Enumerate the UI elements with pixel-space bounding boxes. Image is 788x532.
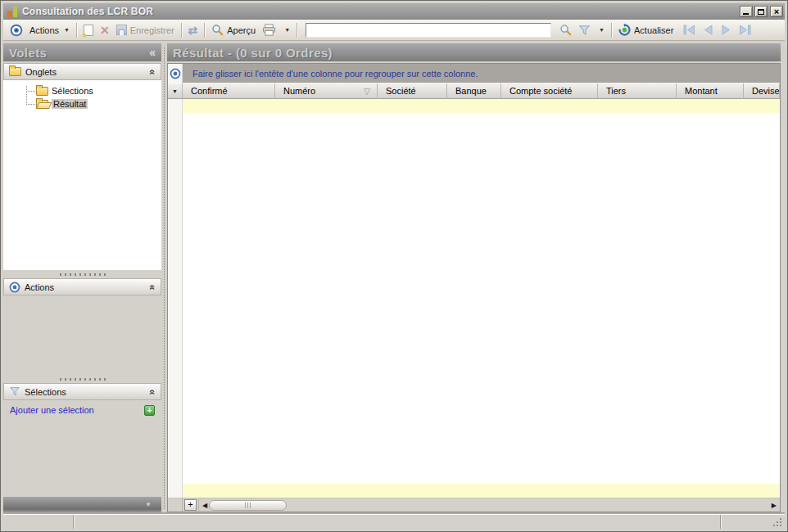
volets-header: Volets « bbox=[3, 43, 161, 61]
maximize-button[interactable] bbox=[754, 6, 768, 17]
toolbar: Actions ▼ ✕ Enregistrer ⇄ Aperçu ▼ bbox=[3, 20, 785, 41]
app-window: Consultation des LCR BOR × Actions ▼ ✕ E… bbox=[0, 0, 788, 532]
add-selection-plus-button[interactable]: + bbox=[144, 405, 155, 416]
tree-item-label-selected: Résultat bbox=[52, 99, 88, 109]
new-button[interactable] bbox=[80, 23, 97, 38]
column-header-montant[interactable]: Montant bbox=[677, 83, 744, 99]
search-input[interactable] bbox=[306, 23, 551, 38]
sync-button[interactable]: ⇄ bbox=[185, 22, 202, 38]
content-area: Volets « Onglets « Sélections Résultat bbox=[3, 41, 785, 512]
groupby-row: Faire glisser ici l'entête d'une colonne… bbox=[168, 64, 780, 83]
sync-icon: ⇄ bbox=[188, 24, 198, 37]
result-title: Résultat - (0 sur 0 Ordres) bbox=[173, 46, 775, 60]
column-header-row: ▼ Confirmé Numéro ▽ Société Banque Compt… bbox=[168, 83, 780, 99]
close-button[interactable]: × bbox=[770, 6, 783, 17]
add-row-button[interactable]: + bbox=[184, 499, 197, 511]
refresh-button[interactable]: Actualiser bbox=[615, 22, 677, 38]
status-pane-right bbox=[721, 515, 785, 529]
chevron-down-icon: ▼ bbox=[284, 27, 290, 33]
actions-section-body bbox=[3, 295, 161, 375]
add-selection-link[interactable]: Ajouter une sélection bbox=[10, 405, 144, 415]
toolbar-separator bbox=[76, 23, 77, 38]
filter-button[interactable] bbox=[575, 23, 594, 38]
grid-corner-cell bbox=[168, 64, 183, 83]
status-pane-middle bbox=[74, 515, 720, 529]
save-button[interactable]: Enregistrer bbox=[113, 23, 178, 37]
actions-section-header[interactable]: Actions « bbox=[3, 278, 161, 295]
previous-record-button[interactable] bbox=[703, 25, 713, 35]
sidebar-splitter[interactable] bbox=[3, 375, 161, 383]
column-header-societe[interactable]: Société bbox=[378, 83, 447, 99]
filter-funnel-icon bbox=[9, 386, 20, 397]
actions-menu-button[interactable]: Actions ▼ bbox=[26, 24, 73, 37]
column-header-confirme[interactable]: Confirmé bbox=[183, 83, 275, 99]
scrollbar-separator bbox=[198, 499, 199, 511]
grid-top-highlight-row bbox=[168, 99, 780, 113]
bullseye-icon bbox=[9, 282, 20, 293]
status-pane-left bbox=[3, 515, 73, 529]
collapse-panel-icon[interactable]: « bbox=[149, 46, 156, 59]
chevron-down-icon: ▼ bbox=[599, 27, 605, 33]
row-indicator-header[interactable]: ▼ bbox=[168, 83, 183, 99]
actions-menu-label: Actions bbox=[29, 25, 59, 35]
chevron-down-icon: ▼ bbox=[172, 88, 178, 94]
search-button[interactable] bbox=[556, 22, 575, 38]
tree-item-selections[interactable]: Sélections bbox=[36, 84, 161, 97]
add-selection-row: Ajouter une sélection + bbox=[3, 400, 161, 420]
close-icon: × bbox=[774, 7, 779, 16]
print-button[interactable] bbox=[259, 22, 279, 38]
collapse-section-icon[interactable]: « bbox=[147, 389, 159, 394]
selections-section-header[interactable]: Sélections « bbox=[3, 383, 161, 400]
save-icon bbox=[116, 25, 127, 35]
collapse-section-icon[interactable]: « bbox=[147, 284, 159, 290]
groupby-drop-zone[interactable]: Faire glisser ici l'entête d'une colonne… bbox=[183, 64, 780, 83]
grid-bottom-highlight-row bbox=[168, 484, 780, 498]
first-record-button[interactable] bbox=[683, 25, 695, 35]
thumb-grip-icon bbox=[245, 503, 251, 508]
column-header-compte-societe[interactable]: Compte société bbox=[501, 83, 598, 99]
sidebar-filler bbox=[3, 420, 161, 497]
collapse-section-icon[interactable]: « bbox=[147, 69, 159, 74]
onglets-section-header[interactable]: Onglets « bbox=[3, 63, 161, 80]
next-record-button[interactable] bbox=[721, 25, 731, 35]
selections-section-label: Sélections bbox=[25, 387, 146, 397]
window-title: Consultation des LCR BOR bbox=[22, 6, 738, 17]
scroll-left-button[interactable]: ◀ bbox=[201, 502, 209, 509]
refresh-icon bbox=[618, 24, 631, 36]
column-header-devise[interactable]: Devise bbox=[744, 83, 780, 99]
filter-funnel-icon bbox=[578, 25, 591, 36]
tree-item-resultat[interactable]: Résultat bbox=[36, 97, 161, 110]
column-header-banque[interactable]: Banque bbox=[447, 83, 501, 99]
minimize-button[interactable] bbox=[740, 6, 753, 17]
printer-icon bbox=[262, 24, 276, 36]
chevron-down-icon: ▼ bbox=[145, 501, 152, 508]
app-icon bbox=[7, 6, 19, 18]
print-dropdown-button[interactable]: ▼ bbox=[279, 25, 293, 34]
last-record-button[interactable] bbox=[739, 25, 751, 35]
toolbar-separator bbox=[297, 23, 297, 38]
sidebar-splitter[interactable] bbox=[3, 270, 161, 278]
bullseye-icon bbox=[170, 68, 181, 79]
scroll-right-button[interactable]: ▶ bbox=[770, 502, 778, 509]
resize-grip[interactable] bbox=[780, 525, 781, 526]
filter-dropdown-button[interactable]: ▼ bbox=[594, 25, 608, 34]
actions-section-label: Actions bbox=[25, 282, 146, 292]
tree-item-label: Sélections bbox=[52, 86, 93, 96]
result-panel: Résultat - (0 sur 0 Ordres) Faire glisse… bbox=[167, 43, 781, 512]
preview-button[interactable]: Aperçu bbox=[208, 22, 259, 38]
row-indicator-cell bbox=[168, 484, 183, 498]
scrollbar-thumb[interactable] bbox=[209, 500, 287, 511]
sidebar-footer-bar[interactable]: ▼ bbox=[3, 497, 161, 512]
save-label: Enregistrer bbox=[130, 25, 174, 35]
open-folder-icon bbox=[36, 100, 48, 109]
delete-button[interactable]: ✕ bbox=[97, 24, 113, 37]
column-header-tiers[interactable]: Tiers bbox=[598, 83, 677, 99]
preview-label: Aperçu bbox=[227, 25, 256, 35]
row-indicator-strip bbox=[168, 113, 183, 484]
toolbar-separator bbox=[611, 23, 612, 38]
row-indicator-cell bbox=[168, 99, 183, 113]
panel-splitter[interactable] bbox=[161, 43, 167, 512]
grid-body-fill bbox=[183, 113, 780, 484]
column-header-numero[interactable]: Numéro ▽ bbox=[275, 83, 378, 99]
horizontal-scrollbar: + ◀ ▶ bbox=[168, 498, 780, 512]
